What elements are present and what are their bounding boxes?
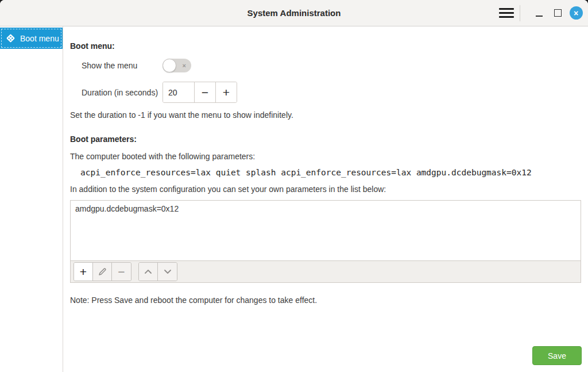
boot-diamond-icon bbox=[6, 33, 16, 43]
minus-icon: − bbox=[118, 266, 125, 278]
titlebar-separator bbox=[520, 5, 520, 21]
maximize-button[interactable] bbox=[550, 6, 565, 21]
plus-icon: + bbox=[80, 266, 87, 278]
show-menu-row: Show the menu × bbox=[82, 59, 581, 72]
duration-decrease-button[interactable]: − bbox=[194, 82, 215, 102]
list-item[interactable]: amdgpu.dcdebugmask=0x12 bbox=[71, 201, 581, 217]
titlebar: System Administration × bbox=[0, 0, 588, 26]
hamburger-bar bbox=[499, 16, 514, 18]
window-title: System Administration bbox=[247, 8, 341, 18]
boot-menu-heading: Boot menu: bbox=[70, 26, 581, 51]
app-window: System Administration × bbox=[0, 0, 588, 372]
hamburger-bar bbox=[499, 12, 514, 14]
list-toolbar: + − bbox=[70, 261, 581, 283]
main-panel: Boot menu: Show the menu × Duration (in … bbox=[63, 26, 588, 372]
booted-parameters-value: acpi_enforce_resources=lax quiet splash … bbox=[80, 168, 581, 177]
chevron-down-icon bbox=[164, 269, 172, 274]
close-button[interactable]: × bbox=[568, 6, 583, 21]
custom-params-label: In addition to the system configuration … bbox=[70, 185, 581, 194]
save-button[interactable]: Save bbox=[532, 346, 582, 365]
duration-label: Duration (in seconds) bbox=[82, 88, 163, 97]
move-button-group bbox=[138, 262, 177, 281]
move-up-button[interactable] bbox=[139, 263, 158, 281]
hamburger-bar bbox=[499, 8, 514, 10]
duration-increase-button[interactable]: + bbox=[215, 82, 237, 102]
booted-with-label: The computer booted with the following p… bbox=[70, 152, 581, 161]
toggle-knob bbox=[163, 59, 176, 72]
duration-spinbutton: − + bbox=[163, 82, 237, 103]
pencil-icon bbox=[98, 267, 107, 276]
show-menu-toggle[interactable]: × bbox=[163, 59, 191, 72]
custom-params-list[interactable]: amdgpu.dcdebugmask=0x12 bbox=[70, 200, 581, 261]
save-note: Note: Press Save and reboot the computer… bbox=[70, 296, 581, 305]
toggle-off-icon: × bbox=[183, 63, 186, 69]
sidebar-item-boot-menu[interactable]: Boot menu bbox=[0, 28, 63, 49]
sidebar: Boot menu bbox=[0, 26, 63, 372]
show-menu-label: Show the menu bbox=[82, 61, 163, 70]
boot-parameters-heading: Boot parameters: bbox=[70, 120, 581, 144]
hamburger-icon[interactable] bbox=[499, 6, 514, 21]
edit-button-group: + − bbox=[74, 262, 131, 281]
move-down-button[interactable] bbox=[158, 263, 177, 281]
duration-input[interactable] bbox=[163, 82, 194, 102]
add-param-button[interactable]: + bbox=[74, 263, 93, 281]
duration-row: Duration (in seconds) − + bbox=[82, 82, 581, 102]
titlebar-controls: × bbox=[499, 0, 583, 26]
sidebar-item-label: Boot menu bbox=[20, 34, 59, 43]
minimize-button[interactable] bbox=[532, 6, 547, 21]
maximize-icon bbox=[554, 9, 562, 17]
close-icon: × bbox=[570, 6, 583, 20]
remove-param-button[interactable]: − bbox=[112, 263, 131, 281]
edit-param-button[interactable] bbox=[93, 263, 112, 281]
duration-hint: Set the duration to -1 if you want the m… bbox=[70, 110, 581, 120]
chevron-up-icon bbox=[144, 269, 152, 274]
minimize-icon bbox=[536, 16, 543, 17]
